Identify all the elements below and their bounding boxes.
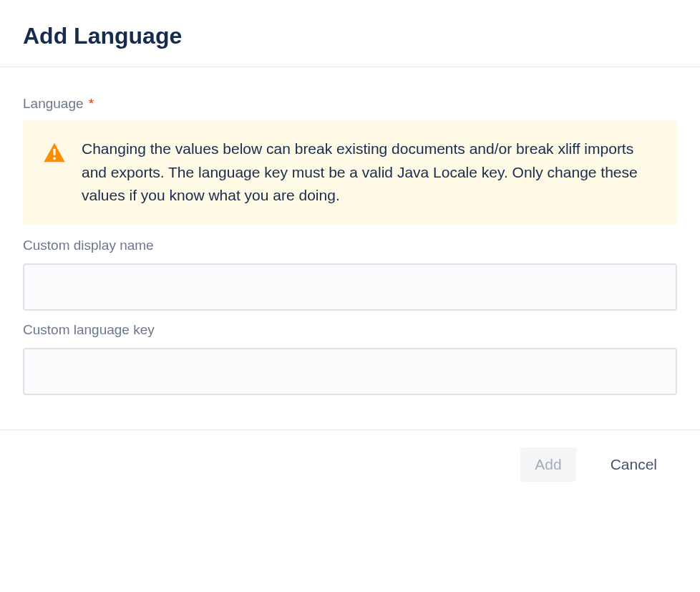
custom-display-name-label: Custom display name [23,238,677,253]
required-asterisk: * [89,96,94,111]
cancel-button[interactable]: Cancel [596,447,671,482]
language-label-text: Language [23,96,84,111]
svg-rect-0 [53,149,55,155]
language-label: Language * [23,96,677,112]
dialog-footer: Add Cancel [0,430,700,499]
svg-point-1 [53,157,56,160]
warning-icon [43,142,66,163]
page-title: Add Language [23,23,677,49]
dialog-header: Add Language [0,0,700,67]
add-button[interactable]: Add [520,447,575,482]
dialog-content: Language * Changing the values below can… [0,67,700,430]
custom-language-key-input[interactable] [23,348,677,395]
custom-language-key-label: Custom language key [23,322,677,338]
warning-text: Changing the values below can break exis… [82,137,657,208]
custom-display-name-input[interactable] [23,263,677,311]
warning-box: Changing the values below can break exis… [23,120,677,225]
